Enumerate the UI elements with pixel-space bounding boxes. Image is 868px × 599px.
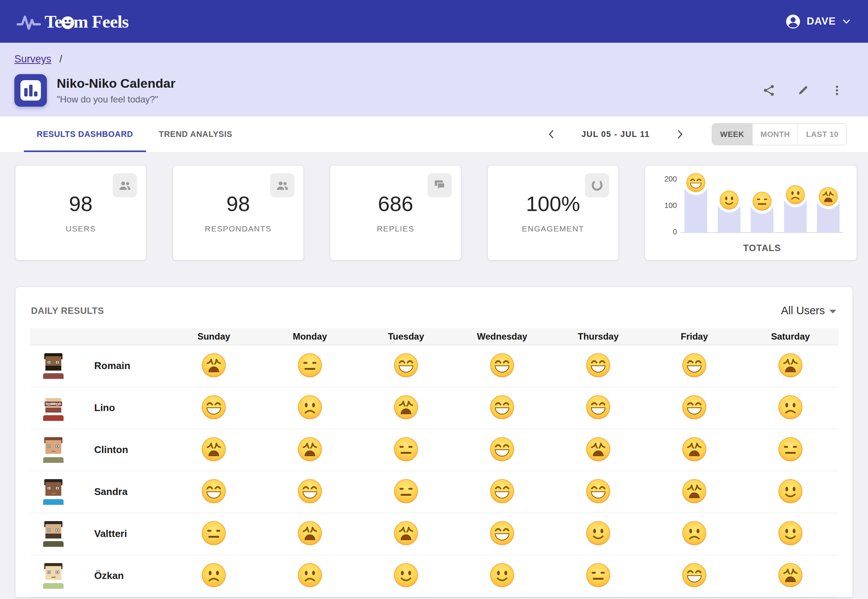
emoji-grin-icon: .s{stroke:#8a5800;stroke-width:2;fill:no…: [586, 479, 611, 504]
mode-last10-button[interactable]: LAST 10: [798, 124, 846, 145]
mood-cell-thursday: .s{stroke:#8a5800;stroke-width:2;fill:no…: [550, 471, 646, 513]
mood-cell-saturday: .s{stroke:#8a5800;stroke-width:2;fill:no…: [742, 513, 838, 555]
y-tick-0: 0: [645, 228, 677, 236]
mood-cell-monday: .s{stroke:#8a5800;stroke-width:2;fill:no…: [262, 387, 358, 429]
mode-week-button[interactable]: WEEK: [712, 124, 752, 145]
emoji-grin-icon: .s{stroke:#8a5800;stroke-width:2;fill:no…: [201, 479, 226, 504]
emoji-meh-icon: .s{stroke:#8a5800;stroke-width:2;fill:no…: [778, 437, 803, 462]
mood-grin: .s{stroke:#8a5800;stroke-width:2;fill:no…: [682, 353, 707, 378]
totals-bar-frown: .s{stroke:#8a5800;stroke-width:2;fill:no…: [784, 196, 807, 232]
emoji-frown-icon: .s{stroke:#8a5800;stroke-width:2;fill:no…: [786, 185, 805, 205]
mood-cell-tuesday: .s{stroke:#8a5800;stroke-width:2;fill:no…: [358, 387, 454, 429]
member-cell: Özkan: [30, 555, 166, 597]
bar-emoji: .s{stroke:#8a5800;stroke-width:2;fill:no…: [752, 191, 772, 211]
emoji-weary-icon: .s{stroke:#8a5800;stroke-width:2;fill:no…: [586, 437, 611, 462]
emoji-grin-icon: .s{stroke:#8a5800;stroke-width:2;fill:no…: [490, 521, 515, 546]
mood-cell-tuesday: .s{stroke:#8a5800;stroke-width:2;fill:no…: [358, 471, 454, 513]
mood-grin: .s{stroke:#8a5800;stroke-width:2;fill:no…: [490, 437, 515, 462]
member-name: Valtteri: [94, 528, 127, 540]
emoji-meh-icon: .s{stroke:#8a5800;stroke-width:2;fill:no…: [394, 437, 418, 462]
emoji-smile-icon: .s{stroke:#8a5800;stroke-width:2;fill:no…: [490, 563, 515, 588]
mood-frown: .s{stroke:#8a5800;stroke-width:2;fill:no…: [201, 563, 226, 588]
member-cell: Valtteri: [30, 513, 166, 555]
mood-weary: .s{stroke:#8a5800;stroke-width:2;fill:no…: [201, 353, 226, 378]
mood-grin: .s{stroke:#8a5800;stroke-width:2;fill:no…: [201, 479, 226, 504]
survey-icon-tile: [14, 74, 47, 107]
mood-cell-friday: .s{stroke:#8a5800;stroke-width:2;fill:no…: [646, 429, 742, 471]
member-cell: Lino: [30, 387, 166, 429]
engagement-icon: [585, 173, 609, 197]
user-menu[interactable]: DAVE: [785, 14, 851, 29]
emoji-meh-icon: .s{stroke:#8a5800;stroke-width:2;fill:no…: [752, 191, 772, 211]
next-week-button[interactable]: [672, 126, 688, 143]
table-header-row: Sunday Monday Tuesday Wednesday Thursday…: [30, 328, 838, 345]
emoji-weary-icon: .s{stroke:#8a5800;stroke-width:2;fill:no…: [778, 563, 803, 588]
emoji-weary-icon: .s{stroke:#8a5800;stroke-width:2;fill:no…: [682, 479, 707, 504]
smiley-icon: [61, 16, 75, 29]
avatar: [42, 395, 65, 421]
day-header-friday: Friday: [646, 328, 742, 345]
mood-cell-wednesday: .s{stroke:#8a5800;stroke-width:2;fill:no…: [454, 513, 550, 555]
mood-meh: .s{stroke:#8a5800;stroke-width:2;fill:no…: [201, 521, 226, 546]
emoji-frown-icon: .s{stroke:#8a5800;stroke-width:2;fill:no…: [297, 395, 322, 420]
mood-grin: .s{stroke:#8a5800;stroke-width:2;fill:no…: [297, 479, 322, 504]
survey-header: Surveys / Niko-Niko Calendar "How do you…: [0, 43, 868, 116]
emoji-grin-icon: .s{stroke:#8a5800;stroke-width:2;fill:no…: [490, 353, 515, 378]
totals-bar-meh: .s{stroke:#8a5800;stroke-width:2;fill:no…: [751, 202, 773, 232]
mood-smile: .s{stroke:#8a5800;stroke-width:2;fill:no…: [778, 521, 803, 546]
emoji-grin-icon: .s{stroke:#8a5800;stroke-width:2;fill:no…: [297, 479, 322, 504]
mood-cell-thursday: .s{stroke:#8a5800;stroke-width:2;fill:no…: [550, 513, 646, 555]
member-name: Sandra: [94, 486, 128, 498]
totals-bars: .s{stroke:#8a5800;stroke-width:2;fill:no…: [684, 179, 840, 232]
vertical-dots-icon: [830, 84, 844, 97]
mood-grin: .s{stroke:#8a5800;stroke-width:2;fill:no…: [490, 395, 515, 420]
emoji-smile-icon: .s{stroke:#8a5800;stroke-width:2;fill:no…: [586, 521, 611, 546]
mood-cell-thursday: .s{stroke:#8a5800;stroke-width:2;fill:no…: [550, 345, 646, 387]
emoji-grin-icon: .s{stroke:#8a5800;stroke-width:2;fill:no…: [682, 353, 707, 378]
chevron-right-icon: [674, 128, 686, 140]
mood-cell-monday: .s{stroke:#8a5800;stroke-width:2;fill:no…: [262, 345, 358, 387]
prev-week-button[interactable]: [543, 126, 560, 143]
mood-cell-tuesday: .s{stroke:#8a5800;stroke-width:2;fill:no…: [358, 513, 454, 555]
mood-grin: .s{stroke:#8a5800;stroke-width:2;fill:no…: [201, 395, 226, 420]
member-name: Romain: [94, 360, 130, 372]
replies-count: 686: [378, 191, 413, 216]
mood-weary: .s{stroke:#8a5800;stroke-width:2;fill:no…: [778, 563, 803, 588]
emoji-grin-icon: .s{stroke:#8a5800;stroke-width:2;fill:no…: [586, 395, 611, 420]
people-icon: [270, 173, 294, 197]
avatar: [42, 479, 65, 505]
range-mode-group: WEEK MONTH LAST 10: [712, 123, 847, 145]
user-filter-dropdown[interactable]: All Users: [781, 304, 836, 317]
main-content: 98 USERS 98 RESPONDANTS: [0, 152, 868, 597]
mood-cell-thursday: .s{stroke:#8a5800;stroke-width:2;fill:no…: [550, 555, 646, 597]
tab-results-dashboard[interactable]: RESULTS DASHBOARD: [24, 116, 146, 152]
totals-chart-card: 200 100 0 .s{stroke:#8a5800;stroke-width…: [645, 166, 857, 260]
mood-grin: .s{stroke:#8a5800;stroke-width:2;fill:no…: [490, 353, 515, 378]
emoji-frown-icon: .s{stroke:#8a5800;stroke-width:2;fill:no…: [682, 521, 707, 546]
mood-smile: .s{stroke:#8a5800;stroke-width:2;fill:no…: [778, 479, 803, 504]
emoji-weary-icon: .s{stroke:#8a5800;stroke-width:2;fill:no…: [201, 437, 226, 462]
tab-trend-analysis[interactable]: TREND ANALYSIS: [146, 116, 245, 152]
share-button[interactable]: [761, 83, 776, 98]
emoji-weary-icon: .s{stroke:#8a5800;stroke-width:2;fill:no…: [201, 353, 226, 378]
emoji-frown-icon: .s{stroke:#8a5800;stroke-width:2;fill:no…: [297, 563, 322, 588]
avatar: [42, 353, 65, 379]
chevron-left-icon: [545, 128, 557, 140]
forum-icon: [428, 173, 452, 197]
avatar: [42, 437, 65, 463]
emoji-grin-icon: .s{stroke:#8a5800;stroke-width:2;fill:no…: [586, 353, 611, 378]
emoji-smile-icon: .s{stroke:#8a5800;stroke-width:2;fill:no…: [394, 563, 418, 588]
engagement-value: 100%: [526, 191, 580, 216]
more-options-button[interactable]: [829, 83, 845, 98]
edit-button[interactable]: [795, 83, 810, 98]
bar-emoji: .s{stroke:#8a5800;stroke-width:2;fill:no…: [686, 173, 706, 192]
totals-bar-weary: .s{stroke:#8a5800;stroke-width:2;fill:no…: [817, 197, 840, 232]
pulse-icon: [17, 12, 41, 31]
stat-card-replies: 686 REPLIES: [330, 166, 461, 260]
day-header-monday: Monday: [262, 328, 358, 345]
breadcrumb-surveys-link[interactable]: Surveys: [14, 53, 51, 65]
emoji-weary-icon: .s{stroke:#8a5800;stroke-width:2;fill:no…: [818, 187, 838, 206]
table-row-romain: Romain.s{stroke:#8a5800;stroke-width:2;f…: [30, 345, 838, 387]
mood-cell-monday: .s{stroke:#8a5800;stroke-width:2;fill:no…: [262, 555, 358, 597]
mode-month-button[interactable]: MONTH: [752, 124, 798, 145]
